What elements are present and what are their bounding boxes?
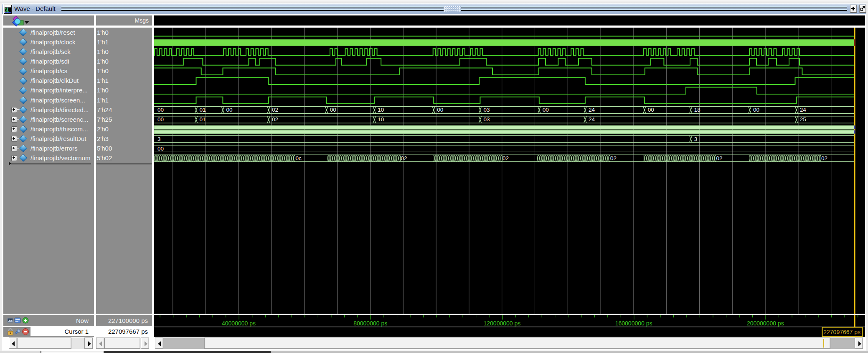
svg-text:0c: 0c	[296, 155, 302, 161]
svg-text:24: 24	[800, 107, 807, 113]
svg-text:00: 00	[753, 107, 759, 113]
svg-text:24: 24	[589, 116, 595, 123]
svg-text:24: 24	[589, 107, 595, 113]
svg-text:02: 02	[610, 155, 617, 161]
svg-text:02: 02	[821, 155, 827, 161]
svg-text:02: 02	[716, 155, 723, 161]
svg-text:00: 00	[437, 107, 443, 113]
svg-text:00: 00	[543, 107, 549, 113]
svg-text:40000000 ps: 40000000 ps	[222, 320, 256, 327]
svg-text:00: 00	[648, 107, 654, 113]
svg-text:02: 02	[272, 116, 278, 123]
svg-text:02: 02	[401, 155, 407, 161]
svg-text:200000000 ps: 200000000 ps	[747, 320, 784, 327]
svg-text:00: 00	[226, 107, 232, 113]
svg-text:02: 02	[503, 155, 509, 161]
svg-text:10: 10	[378, 116, 384, 123]
svg-text:03: 03	[483, 107, 490, 113]
svg-text:00: 00	[157, 107, 164, 113]
svg-text:02: 02	[272, 107, 278, 113]
svg-text:01: 01	[200, 116, 206, 123]
svg-text:00: 00	[157, 116, 164, 123]
svg-text:01: 01	[200, 107, 206, 113]
svg-text:120000000 ps: 120000000 ps	[484, 320, 521, 327]
svg-text:10: 10	[378, 107, 384, 113]
svg-text:00: 00	[157, 146, 164, 152]
svg-text:80000000 ps: 80000000 ps	[353, 320, 387, 327]
svg-text:3: 3	[694, 136, 698, 142]
svg-text:03: 03	[483, 116, 490, 123]
svg-text:18: 18	[694, 107, 700, 113]
svg-text:227097667 ps: 227097667 ps	[823, 329, 860, 335]
svg-text:160000000 ps: 160000000 ps	[615, 320, 652, 327]
svg-text:3: 3	[157, 136, 161, 142]
svg-text:00: 00	[330, 107, 336, 113]
svg-text:25: 25	[800, 116, 806, 123]
